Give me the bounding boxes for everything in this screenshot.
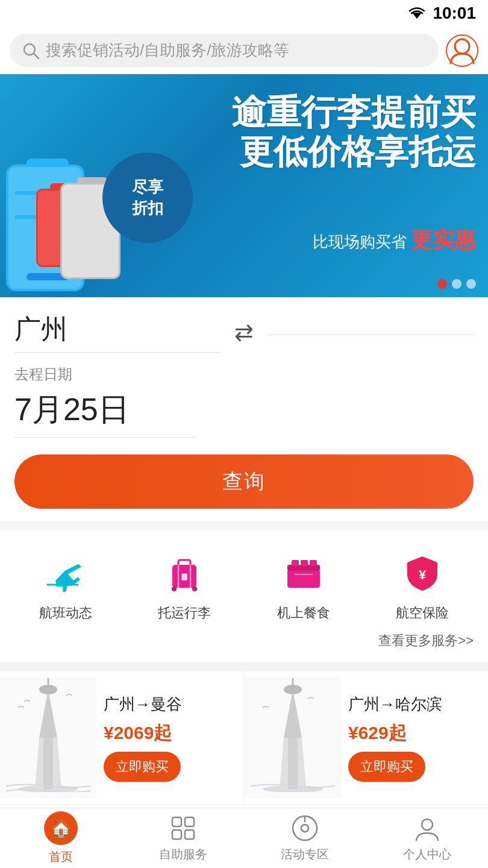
service-label-luggage: 托运行李 — [158, 604, 211, 622]
deal-info-0: 广州→曼谷 ¥2069起 立即购买 — [96, 684, 243, 791]
nav-item-home[interactable]: 🏠 首页 — [0, 808, 122, 868]
svg-rect-14 — [287, 570, 320, 588]
nav-item-events[interactable]: 活动专区 — [244, 808, 366, 868]
nav-item-profile[interactable]: 个人中心 — [366, 808, 489, 868]
svg-rect-48 — [185, 830, 194, 839]
flight-search-section: 广州 ⇄ 去程日期 7月25日 查询 — [0, 297, 488, 521]
svg-marker-28 — [284, 690, 302, 738]
service-label-meal: 机上餐食 — [277, 604, 330, 622]
deal-route-0: 广州→曼谷 — [104, 694, 236, 715]
services-grid: 航班动态 托运行李 — [0, 549, 488, 622]
svg-rect-47 — [172, 830, 181, 839]
svg-point-52 — [422, 819, 433, 830]
svg-rect-16 — [292, 560, 299, 566]
deal-info-1: 广州→哈尔滨 ¥629起 立即购买 — [341, 684, 488, 791]
svg-point-13 — [192, 587, 197, 591]
airplane-icon — [42, 549, 90, 597]
status-time: 10:01 — [433, 4, 476, 23]
search-placeholder: 搜索促销活动/自助服务/旅游攻略等 — [46, 40, 289, 61]
svg-rect-18 — [310, 560, 317, 566]
service-item-meal[interactable]: 机上餐食 — [277, 549, 330, 622]
dot-1[interactable] — [437, 279, 447, 289]
search-bar: 搜索促销活动/自助服务/旅游攻略等 — [0, 27, 488, 74]
deal-button-1[interactable]: 立即购买 — [348, 752, 425, 782]
banner-title: 逾重行李提前买 — [231, 92, 476, 133]
insurance-icon: ¥ — [398, 549, 446, 597]
more-services-link[interactable]: 查看更多服务>> — [0, 622, 488, 656]
dot-3[interactable] — [466, 279, 476, 289]
svg-rect-30 — [288, 738, 298, 789]
badge-line1: 尽享 — [132, 177, 163, 198]
profile-icon — [413, 814, 442, 843]
banner-sub-text: 比现场购买省 更实惠 — [313, 225, 476, 255]
svg-point-3 — [455, 39, 469, 54]
date-section: 去程日期 7月25日 — [14, 365, 474, 438]
nav-label-home: 首页 — [49, 849, 73, 865]
banner: 逾重行李提前买 更低价格享托运 尽享 折扣 比现场购买省 更实惠 — [0, 74, 488, 297]
nav-label-profile: 个人中心 — [403, 846, 451, 863]
nav-label-self-service: 自助服务 — [159, 846, 207, 863]
banner-badge: 尽享 折扣 — [102, 153, 193, 243]
banner-dots — [437, 279, 476, 289]
services-section: 航班动态 托运行李 — [0, 530, 488, 662]
svg-rect-17 — [301, 560, 308, 566]
service-item-luggage[interactable]: 托运行李 — [158, 549, 211, 622]
deal-route-1: 广州→哈尔滨 — [348, 694, 481, 715]
banner-text-block: 逾重行李提前买 更低价格享托运 — [231, 92, 476, 171]
service-label-flight-status: 航班动态 — [39, 604, 92, 622]
swap-icon: ⇄ — [234, 319, 254, 345]
deal-button-0[interactable]: 立即购买 — [104, 752, 181, 782]
self-service-icon — [169, 814, 198, 843]
home-icon: 🏠 — [44, 811, 78, 845]
bottom-nav: 🏠 首页 自助服务 活动专区 个人中心 — [0, 808, 488, 868]
events-icon — [290, 814, 319, 843]
wifi-icon — [408, 7, 425, 20]
svg-point-50 — [301, 825, 308, 832]
svg-rect-45 — [172, 817, 181, 826]
search-button[interactable]: 查询 — [14, 454, 474, 509]
svg-rect-11 — [181, 573, 187, 580]
banner-compare: 比现场购买省 — [313, 233, 407, 251]
origin-field[interactable]: 广州 — [14, 312, 220, 353]
search-icon — [22, 42, 40, 60]
svg-line-2 — [34, 54, 39, 58]
date-label: 去程日期 — [14, 365, 474, 384]
nav-label-events: 活动专区 — [281, 846, 329, 863]
service-item-flight-status[interactable]: 航班动态 — [39, 549, 92, 622]
badge-line2: 折扣 — [132, 198, 163, 219]
deal-art-1 — [245, 678, 341, 798]
origin-city: 广州 — [14, 314, 67, 344]
date-value[interactable]: 7月25日 — [14, 389, 195, 438]
nav-item-self-service[interactable]: 自助服务 — [122, 808, 245, 868]
svg-marker-0 — [412, 13, 422, 19]
banner-subtitle: 更低价格享托运 — [231, 133, 476, 171]
luggage-icon — [160, 549, 208, 597]
dot-2[interactable] — [452, 279, 461, 289]
svg-rect-8 — [178, 560, 190, 566]
banner-highlight: 更实惠 — [411, 227, 476, 252]
deal-card-0[interactable]: 广州→曼谷 ¥2069起 立即购买 — [0, 671, 243, 804]
svg-marker-22 — [39, 690, 57, 738]
svg-text:¥: ¥ — [419, 567, 427, 582]
deal-price-0: ¥2069起 — [104, 721, 236, 746]
swap-button[interactable]: ⇄ — [226, 314, 262, 350]
service-label-insurance: 航空保险 — [396, 604, 449, 622]
svg-rect-46 — [185, 817, 194, 826]
deal-card-1[interactable]: 广州→哈尔滨 ¥629起 立即购买 — [245, 671, 488, 804]
svg-point-31 — [284, 685, 302, 694]
meal-icon — [280, 549, 328, 597]
search-input-wrap[interactable]: 搜索促销活动/自助服务/旅游攻略等 — [10, 34, 439, 67]
user-icon[interactable] — [446, 34, 478, 67]
route-row: 广州 ⇄ — [14, 312, 474, 353]
service-item-insurance[interactable]: ¥ 航空保险 — [396, 549, 449, 622]
deal-price-1: ¥629起 — [348, 721, 481, 746]
svg-rect-24 — [43, 738, 53, 789]
deal-art-0 — [0, 678, 96, 798]
home-icon-symbol: 🏠 — [51, 819, 72, 838]
status-bar: 10:01 — [0, 0, 488, 27]
svg-point-25 — [39, 685, 57, 694]
svg-point-12 — [172, 587, 177, 591]
destination-field[interactable] — [268, 330, 474, 335]
